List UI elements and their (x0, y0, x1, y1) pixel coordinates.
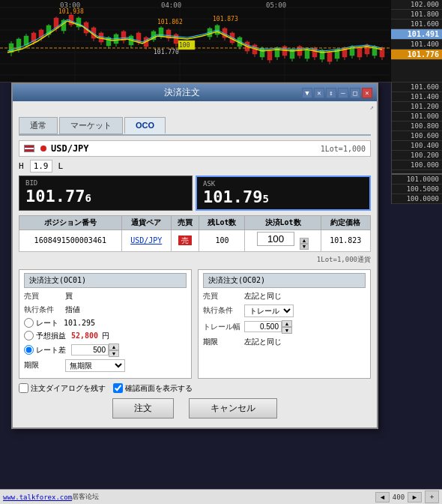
field-trail-width: トレール幅 ▲ ▼ (203, 320, 366, 334)
rate-diff-label: レート差 (36, 345, 66, 356)
col-side: 売買 (171, 216, 199, 230)
svg-text:101.862: 101.862 (157, 19, 183, 26)
dialog-titlebar: 決済注文 ▼ ✕ ↕ — □ × (13, 84, 377, 101)
svg-rect-87 (320, 50, 324, 59)
period-label-1: 期限 (24, 360, 65, 370)
settlement-dialog: 決済注文 ▼ ✕ ↕ — □ × ↗ 通常 マーケット OCO USD/JPY … (11, 82, 378, 429)
bid-price-main: 101.77 (25, 187, 85, 206)
trail-width-label: トレール幅 (203, 322, 244, 332)
exec-cond-value-1: 指値 (65, 304, 187, 315)
spin-up[interactable]: ▲ (300, 238, 309, 244)
settle-lots-input[interactable] (257, 232, 294, 246)
tab-normal[interactable]: 通常 (19, 117, 58, 134)
rate-value: 101.295 (64, 319, 95, 327)
exec-price: 101.823 (321, 230, 370, 252)
h-value: 1.9 (30, 160, 52, 172)
bid-price-small: 6 (85, 192, 91, 204)
rp-101-6: 101.600 (392, 82, 442, 92)
symbol-row: USD/JPY 1Lot=1,000 (19, 140, 371, 157)
dialog-pin-btn[interactable]: ✕ (314, 88, 324, 98)
rate-radio[interactable] (24, 318, 34, 328)
trail-down[interactable]: ▼ (282, 327, 292, 334)
ask-price-small: 5 (262, 193, 268, 205)
period-row-1: 期限 無期限 (24, 359, 187, 372)
dialog-arrow-btn[interactable]: ↕ (326, 88, 336, 98)
keep-dialog-checkbox[interactable] (19, 383, 28, 393)
lot-note: 1Lot=1,000通貨 (19, 255, 371, 265)
confirm-dialog-label[interactable]: 確認画面を表示する (113, 383, 193, 394)
time-label-3: 05:00 (266, 2, 286, 9)
period-select-1[interactable]: 無期限 (65, 359, 125, 372)
order-button[interactable]: 注文 (112, 398, 174, 418)
spread-row: H 1.9 L (19, 160, 371, 172)
svg-rect-73 (267, 51, 272, 60)
settle-lots-cell: ▲ ▼ (245, 230, 321, 252)
trail-width-input[interactable] (244, 321, 282, 332)
price-101-6: 101.600 (391, 20, 442, 29)
col-currency: 通貨ペア (121, 216, 171, 230)
rate-diff-down[interactable]: ▼ (109, 350, 119, 357)
rp-101-0000: 101.0000 (392, 175, 442, 184)
price-101-491: 101.491 (391, 29, 442, 40)
keep-dialog-label[interactable]: 注文ダイアログを残す (19, 383, 106, 394)
currency-link[interactable]: USD/JPY (130, 236, 162, 244)
nav-next-btn[interactable]: ► (408, 492, 422, 502)
spin-down[interactable]: ▼ (300, 244, 309, 250)
bid-ask-row: BID 101.776 ASK 101.795 (19, 176, 371, 211)
dialog-minimize-btn[interactable]: — (338, 88, 348, 98)
svg-text:101.770: 101.770 (154, 49, 179, 56)
zoom-plus-btn[interactable]: ＋ (425, 490, 439, 503)
rp-101-2: 101.200 (392, 102, 442, 112)
field-exec-cond-1: 執行条件 指値 (24, 304, 187, 315)
nav-prev-btn[interactable]: ◄ (375, 492, 390, 502)
profit-radio[interactable] (24, 331, 34, 340)
tab-market[interactable]: マーケット (59, 117, 123, 134)
ask-price-main: 101.79 (203, 188, 262, 206)
rate-diff-spin: ▲ ▼ (71, 344, 119, 357)
col-position-no: ポジション番号 (19, 216, 122, 230)
rp-101-4: 101.400 (392, 92, 442, 102)
exec-cond-label-1: 執行条件 (24, 304, 65, 315)
bid-price: 101.776 (25, 187, 91, 206)
resize-handle[interactable]: ↗ (370, 104, 374, 111)
panel-oc01: 決済注文(OC01) 売買 買 執行条件 指値 レート 101.295 (19, 269, 192, 379)
rp-100-5000: 100.5000 (392, 184, 442, 194)
rate-diff-radio[interactable] (24, 345, 34, 355)
dialog-close-btn[interactable]: × (362, 88, 372, 98)
dialog-title-controls: ▼ ✕ ↕ — □ × (302, 88, 372, 98)
action-buttons: 注文 キャンセル (19, 398, 371, 418)
ask-label: ASK (203, 180, 363, 188)
rate-diff-input[interactable] (71, 344, 109, 356)
ask-price: 101.795 (203, 188, 269, 206)
sell-buy-value-2: 左記と同じ (244, 291, 366, 302)
bottom-bar-right: ◄ 400 ► ＋ (375, 490, 439, 503)
site-link[interactable]: www.talkforex.com (3, 494, 72, 501)
rate-radio-row: レート 101.295 (24, 318, 187, 328)
confirm-dialog-text: 確認画面を表示する (125, 383, 193, 394)
side-cell: 売 (171, 230, 199, 252)
rp-100-0000: 100.0000 (392, 194, 442, 204)
cancel-button[interactable]: キャンセル (189, 398, 277, 418)
lot-info: 1Lot=1,000 (321, 145, 366, 153)
symbol-name: USD/JPY (51, 143, 89, 154)
svg-rect-97 (357, 48, 362, 57)
dialog-dropdown-btn[interactable]: ▼ (302, 88, 312, 98)
trail-up[interactable]: ▲ (282, 320, 292, 327)
exec-cond-label-2: 執行条件 (203, 305, 244, 316)
remaining-lots: 100 (199, 230, 245, 252)
exec-cond-select-2[interactable]: トレール (244, 304, 294, 317)
panel-oc01-title: 決済注文(OC01) (24, 273, 187, 288)
footer-checks: 注文ダイアログを残す 確認画面を表示する (19, 383, 371, 394)
dialog-title: 決済注文 (62, 86, 302, 99)
sell-buy-value-1: 買 (65, 291, 187, 302)
dialog-restore-btn[interactable]: □ (350, 88, 360, 98)
confirm-dialog-checkbox[interactable] (113, 383, 123, 393)
rp-100-0: 100.000 (392, 160, 442, 170)
lot-spin: ▲ ▼ (300, 238, 309, 250)
zoom-value: 400 (393, 494, 405, 501)
position-no: 1608491500003461 (19, 230, 122, 252)
rate-diff-up[interactable]: ▲ (109, 344, 119, 350)
chart-svg: 101.938 101.862 101.873 101.770 100 (0, 0, 390, 82)
rp-100-2: 100.200 (392, 151, 442, 160)
tab-oco[interactable]: OCO (124, 117, 166, 134)
